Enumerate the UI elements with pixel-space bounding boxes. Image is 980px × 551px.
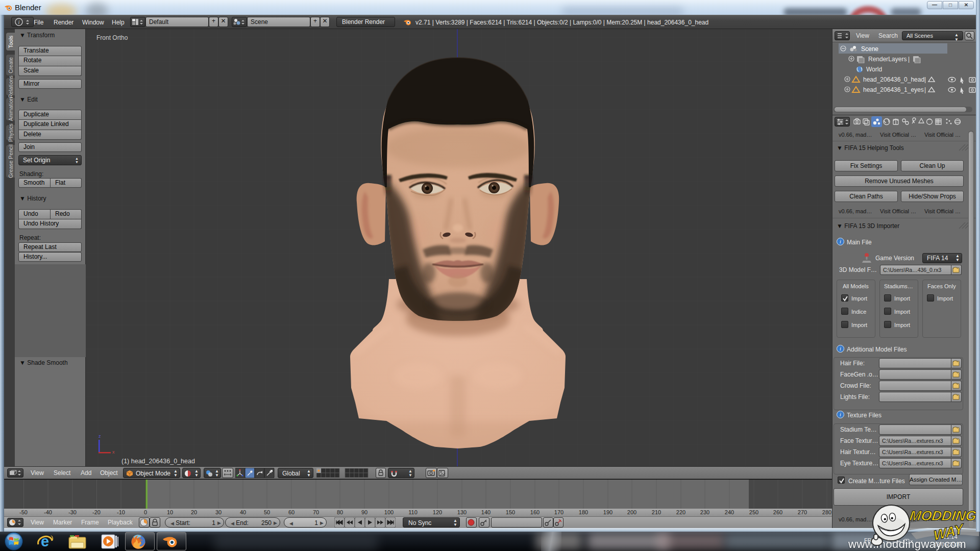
svg-text:Scene: Scene [861, 45, 878, 53]
svg-text:-20: -20 [92, 509, 101, 515]
svg-text:170: 170 [554, 509, 564, 515]
svg-text:-30: -30 [68, 509, 77, 515]
svg-text:250: 250 [749, 509, 758, 515]
svg-text:-50: -50 [19, 509, 28, 515]
svg-text:60: 60 [288, 509, 295, 515]
svg-text:220: 220 [676, 509, 685, 515]
svg-text:180: 180 [579, 509, 588, 515]
svg-text:90: 90 [361, 509, 368, 515]
svg-text:0: 0 [144, 509, 147, 515]
svg-text:80: 80 [337, 509, 343, 515]
svg-text:|: | [924, 86, 926, 93]
svg-text:World: World [866, 66, 882, 73]
svg-text:210: 210 [652, 509, 661, 515]
svg-text:z: z [99, 434, 101, 439]
svg-text:e: e [41, 533, 49, 549]
svg-text:i: i [840, 346, 841, 352]
svg-text:head_206436_1_eyes: head_206436_1_eyes [863, 86, 924, 93]
svg-text:140: 140 [481, 509, 491, 515]
svg-text:230: 230 [700, 509, 709, 515]
svg-text:i: i [18, 19, 19, 25]
svg-text:i: i [840, 412, 841, 417]
svg-text:260: 260 [773, 509, 782, 515]
svg-text:130: 130 [457, 509, 467, 515]
svg-text:-40: -40 [44, 509, 52, 515]
svg-text:40: 40 [240, 509, 246, 515]
svg-text:160: 160 [530, 509, 540, 515]
svg-text:120: 120 [433, 509, 442, 515]
svg-text:30: 30 [215, 509, 222, 515]
svg-text:|: | [924, 76, 926, 83]
svg-text:i: i [840, 239, 841, 244]
svg-text:x: x [112, 449, 115, 455]
svg-text:-10: -10 [117, 509, 125, 515]
svg-text:70: 70 [313, 509, 319, 515]
svg-text:150: 150 [506, 509, 515, 515]
svg-text:100: 100 [384, 509, 394, 515]
svg-text:240: 240 [725, 509, 734, 515]
svg-text:280: 280 [822, 509, 831, 515]
svg-text:MODDING: MODDING [909, 508, 977, 523]
svg-text:270: 270 [798, 509, 807, 515]
svg-text:|: | [908, 56, 910, 63]
svg-text:RenderLayers: RenderLayers [868, 56, 906, 63]
svg-text:20: 20 [191, 509, 197, 515]
svg-text:190: 190 [603, 509, 612, 515]
svg-text:50: 50 [264, 509, 270, 515]
svg-text:head_206436_0_head: head_206436_0_head [863, 76, 924, 83]
svg-text:10: 10 [167, 509, 173, 515]
svg-text:110: 110 [408, 509, 418, 515]
svg-text:200: 200 [627, 509, 636, 515]
